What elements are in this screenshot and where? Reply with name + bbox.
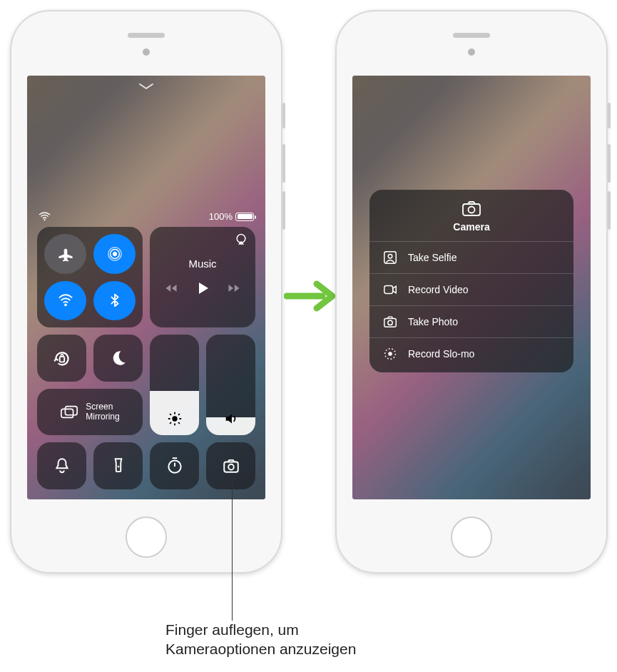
home-button[interactable] [126, 516, 167, 558]
airplane-toggle[interactable] [44, 234, 86, 274]
callout-leader-line [232, 481, 233, 621]
svg-rect-14 [463, 204, 480, 215]
camera-action-label: Record Video [408, 284, 469, 295]
volume-down-hardware [282, 144, 285, 183]
orientation-lock-button[interactable] [37, 335, 86, 382]
screen-mirroring-button[interactable]: Screen Mirroring [37, 389, 143, 436]
battery-indicator: 100% [209, 211, 254, 222]
timer-button[interactable] [150, 442, 199, 489]
svg-point-4 [64, 304, 66, 306]
svg-point-0 [44, 219, 45, 220]
svg-point-15 [469, 207, 475, 213]
selfie-icon [382, 250, 398, 265]
svg-rect-16 [384, 252, 397, 264]
svg-rect-6 [59, 357, 63, 362]
transition-arrow-icon [284, 278, 335, 314]
camera-icon [462, 200, 481, 217]
silent-toggle[interactable] [37, 442, 86, 489]
camera-action-label: Take Photo [408, 316, 458, 327]
wifi-toggle[interactable] [44, 281, 86, 321]
svg-point-10 [117, 466, 119, 468]
brightness-icon [167, 411, 183, 427]
arrow-down-icon[interactable] [138, 81, 154, 91]
ipod-right-device: Camera Take Selfie Record Video [335, 10, 608, 574]
mirror-label: Screen Mirroring [86, 402, 119, 422]
svg-point-7 [172, 417, 177, 422]
video-icon [382, 282, 398, 297]
camera-action-record-video[interactable]: Record Video [369, 273, 573, 305]
volume-up-hardware [282, 103, 285, 128]
control-center-screen: 100% [27, 76, 265, 499]
svg-point-20 [388, 320, 392, 325]
svg-rect-18 [384, 286, 393, 294]
camera-action-label: Take Selfie [408, 252, 457, 263]
ipod-left-device: 100% [10, 10, 282, 574]
volume-down-hardware [608, 144, 611, 183]
camera-button[interactable] [206, 442, 255, 489]
home-button[interactable] [451, 516, 492, 558]
volume-up-hardware [608, 103, 611, 128]
svg-point-1 [113, 252, 117, 256]
connectivity-group[interactable] [37, 227, 143, 327]
sleep-button-hardware [282, 191, 285, 230]
svg-point-13 [228, 464, 234, 470]
brightness-slider[interactable] [150, 335, 199, 435]
svg-point-21 [388, 352, 392, 356]
svg-rect-9 [66, 406, 78, 414]
svg-rect-8 [61, 409, 73, 417]
play-button[interactable] [194, 280, 211, 297]
airplay-icon[interactable] [234, 233, 248, 247]
svg-rect-19 [384, 318, 397, 327]
flashlight-button[interactable] [93, 442, 143, 489]
volume-slider[interactable] [206, 335, 255, 435]
battery-text: 100% [209, 211, 233, 222]
slomo-icon [382, 346, 398, 362]
svg-rect-12 [224, 462, 238, 472]
camera-action-selfie[interactable]: Take Selfie [369, 241, 573, 273]
do-not-disturb-button[interactable] [93, 335, 143, 382]
forward-button[interactable] [227, 281, 241, 295]
camera-action-slo-mo[interactable]: Record Slo-mo [369, 337, 573, 370]
callout-text: Finger auflegen, um Kameraoptionen anzuz… [165, 621, 356, 659]
camera-action-take-photo[interactable]: Take Photo [369, 305, 573, 337]
camera-menu-title: Camera [453, 221, 489, 233]
camera-action-label: Record Slo-mo [408, 348, 474, 360]
music-title: Music [188, 258, 216, 270]
status-bar: 100% [39, 211, 254, 222]
sleep-button-hardware [608, 191, 611, 230]
wifi-status-icon [39, 212, 51, 221]
svg-point-17 [388, 254, 392, 258]
bluetooth-toggle[interactable] [93, 281, 136, 321]
photo-icon [382, 314, 398, 330]
volume-icon [223, 411, 239, 427]
camera-quick-actions-panel: Camera Take Selfie Record Video [369, 190, 573, 372]
now-playing-tile[interactable]: Music [150, 227, 255, 327]
airdrop-toggle[interactable] [93, 234, 136, 274]
camera-menu-screen: Camera Take Selfie Record Video [352, 76, 591, 499]
rewind-button[interactable] [164, 281, 178, 295]
svg-point-11 [168, 461, 180, 473]
